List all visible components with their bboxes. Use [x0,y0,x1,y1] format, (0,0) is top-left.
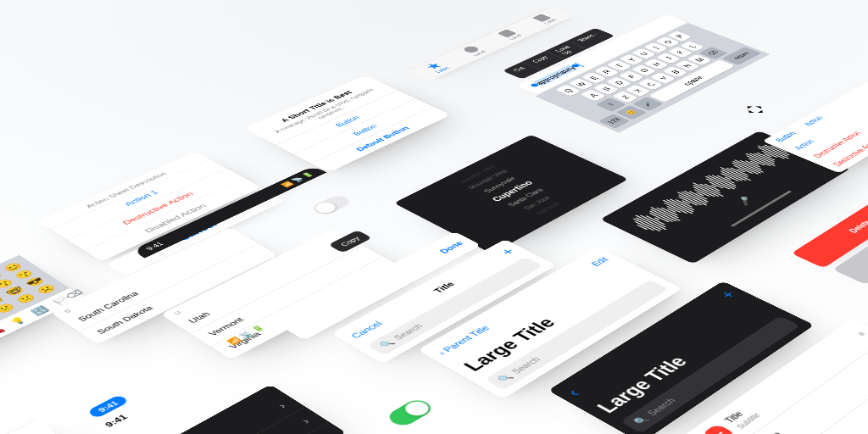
delete-control-icon[interactable] [701,423,737,434]
search-icon: 🔍 [378,338,397,349]
switch-off[interactable] [303,191,360,220]
search-icon: 🔍 [632,415,651,426]
done-button[interactable]: Done [437,240,465,255]
search-icon: 🔍 [496,372,515,383]
picker-dark[interactable]: Mountain View Mountain View Sunnyvale Cu… [394,135,629,253]
move-control[interactable] [723,95,786,125]
back-arrow-icon[interactable]: ‹ [562,387,585,400]
switch-on[interactable] [376,392,444,434]
edit-button[interactable]: Edit [588,255,610,267]
add-button[interactable]: + [715,288,741,302]
action-item[interactable]: Action 7 [0,419,56,434]
cancel-button[interactable]: Cancel [348,320,384,340]
status-icons: 📶 📡 🔋 [280,171,315,188]
tab-item[interactable]: Label [520,8,570,31]
emoji-keyboard[interactable]: 😀😃😄😁😆😅😂🤣☺️😊 😇🙂🙃😉😌😍🥰😘😗😙 😚😋😛😝😜🤪🤨🧐🤓😎 🤩🥳😏😒😞😔… [0,255,85,406]
alert-dialog: A Short Title is Best A message should b… [244,75,451,173]
reorder-icon[interactable]: ≡ [854,330,868,337]
nav-title: Title [431,281,456,295]
